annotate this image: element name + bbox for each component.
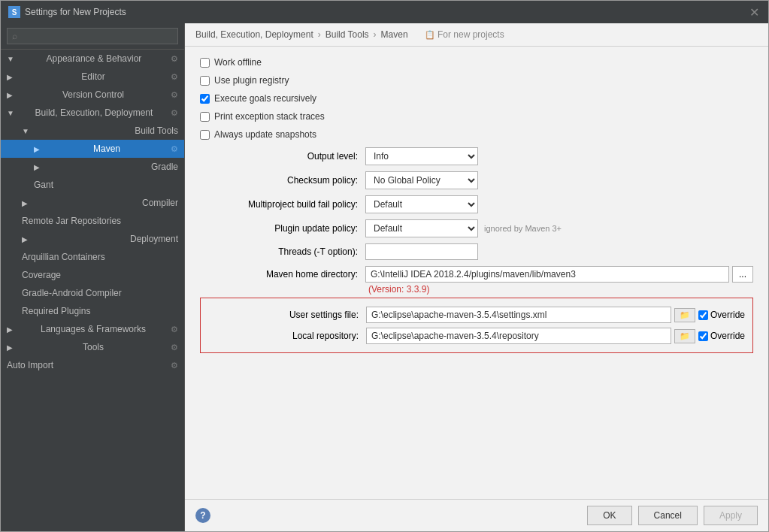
expand-arrow-build-tools: ▼ (22, 127, 29, 135)
plugin-registry-row: Use plugin registry (200, 75, 753, 86)
maven-home-input[interactable] (365, 266, 729, 283)
breadcrumb-note: 📋 For new projects (425, 29, 504, 40)
plugin-update-select[interactable]: Default Force update Do not update (365, 219, 478, 237)
checksum-policy-select[interactable]: No Global Policy Fail Warn Ignore (365, 171, 478, 189)
user-settings-override-text: Override (710, 310, 745, 320)
expand-arrow-tools: ▶ (7, 343, 13, 352)
print-exception-checkbox[interactable] (200, 112, 210, 122)
sidebar-item-version-control[interactable]: ▶ Version Control ⚙ (1, 86, 184, 104)
plugin-registry-checkbox[interactable] (200, 76, 210, 86)
sidebar-label-appearance: Appearance & Behavior (47, 53, 142, 64)
plugin-update-label: Plugin update policy: (274, 223, 358, 234)
title-bar: S Settings for New Projects ✕ (1, 1, 768, 23)
sidebar-item-gradle-android[interactable]: Gradle-Android Compiler (1, 284, 184, 302)
local-repo-browse-button[interactable]: 📁 (674, 329, 695, 343)
work-offline-label: Work offline (214, 57, 262, 68)
user-settings-override-checkbox[interactable] (698, 310, 708, 320)
sidebar-item-gant[interactable]: Gant (1, 176, 184, 194)
work-offline-row: Work offline (200, 57, 753, 68)
sidebar-item-remote-jar[interactable]: Remote Jar Repositories (1, 212, 184, 230)
work-offline-checkbox[interactable] (200, 58, 210, 68)
sidebar-label-languages: Languages & Frameworks (41, 324, 146, 334)
ignored-note: ignored by Maven 3+ (484, 224, 562, 233)
sidebar-label-version-control: Version Control (62, 89, 124, 100)
user-settings-input[interactable] (366, 307, 671, 323)
sidebar-label-deployment: Deployment (130, 234, 178, 244)
sidebar-label-maven: Maven (93, 144, 120, 154)
local-repo-override-text: Override (710, 331, 745, 341)
gear-icon-lang: ⚙ (171, 325, 178, 334)
threads-input[interactable] (365, 243, 478, 260)
sidebar-item-deployment[interactable]: ▶ Deployment (1, 230, 184, 248)
always-update-checkbox[interactable] (200, 130, 210, 140)
sidebar-label-compiler: Compiler (142, 198, 178, 208)
always-update-row: Always update snapshots (200, 129, 753, 140)
threads-label: Threads (-T option): (278, 246, 358, 257)
print-exception-row: Print exception stack traces (200, 111, 753, 122)
breadcrumb-part2: Build Tools (325, 29, 369, 40)
maven-home-browse-button[interactable]: ... (732, 266, 753, 283)
search-box (1, 23, 184, 50)
sidebar-label-build-tools: Build Tools (135, 125, 178, 136)
checksum-policy-label: Checksum policy: (287, 175, 358, 186)
sidebar-item-coverage[interactable]: Coverage (1, 266, 184, 284)
plugin-registry-label: Use plugin registry (214, 75, 289, 86)
help-button[interactable]: ? (195, 508, 210, 523)
sidebar-label-gradle: Gradle (151, 162, 178, 172)
user-settings-override-label: Override (698, 310, 745, 320)
content-area: ▼ Appearance & Behavior ⚙ ▶ Editor ⚙ ▶ V… (1, 23, 768, 531)
app-icon: S (8, 6, 20, 18)
sidebar-item-maven[interactable]: ▶ Maven ⚙ (1, 140, 184, 158)
maven-version-text: (Version: 3.3.9) (368, 284, 429, 295)
apply-button[interactable]: Apply (704, 506, 758, 525)
local-repo-override-checkbox[interactable] (698, 331, 708, 341)
gear-icon: ⚙ (171, 54, 178, 64)
sidebar-label-required-plugins: Required Plugins (22, 306, 90, 316)
maven-home-label: Maven home directory: (266, 269, 358, 280)
sidebar-label-gant: Gant (34, 180, 53, 190)
output-level-select[interactable]: Info Debug Warning Error (365, 147, 478, 165)
sidebar-item-arquillian[interactable]: Arquillian Containers (1, 248, 184, 266)
expand-arrow-maven: ▶ (34, 145, 40, 153)
sidebar-item-build-tools[interactable]: ▼ Build Tools (1, 122, 184, 140)
sidebar-item-build-exec[interactable]: ▼ Build, Execution, Deployment ⚙ (1, 104, 184, 122)
local-repo-label: Local repository: (292, 331, 359, 341)
sidebar-item-editor[interactable]: ▶ Editor ⚙ (1, 68, 184, 86)
gear-icon-build: ⚙ (171, 108, 178, 118)
sidebar-item-tools[interactable]: ▶ Tools ⚙ (1, 338, 184, 356)
gear-icon-maven: ⚙ (171, 144, 178, 154)
close-button[interactable]: ✕ (747, 5, 761, 19)
user-settings-browse-button[interactable]: 📁 (674, 308, 695, 322)
settings-window: S Settings for New Projects ✕ ▼ Appearan… (0, 0, 769, 532)
sidebar-item-gradle[interactable]: ▶ Gradle (1, 158, 184, 176)
title-bar-left: S Settings for New Projects (8, 6, 126, 18)
local-repo-input[interactable] (366, 328, 671, 344)
settings-content: Work offline Use plugin registry Execute… (185, 47, 768, 499)
sidebar-label-arquillian: Arquillian Containers (22, 252, 105, 262)
cancel-button[interactable]: Cancel (638, 506, 698, 525)
ok-button[interactable]: OK (587, 506, 631, 525)
sidebar-item-languages[interactable]: ▶ Languages & Frameworks ⚙ (1, 320, 184, 338)
main-panel: Build, Execution, Deployment › Build Too… (185, 23, 768, 531)
expand-arrow-deployment: ▶ (22, 235, 28, 243)
sidebar-item-required-plugins[interactable]: Required Plugins (1, 302, 184, 320)
sidebar-label-auto-import: Auto Import (7, 360, 53, 370)
sidebar-label-editor: Editor (81, 71, 104, 82)
expand-arrow-gradle: ▶ (34, 163, 40, 171)
breadcrumb-part3: Maven (381, 29, 408, 40)
sidebar-item-auto-import[interactable]: Auto Import ⚙ (1, 356, 184, 374)
sidebar-item-appearance[interactable]: ▼ Appearance & Behavior ⚙ (1, 50, 184, 68)
gear-icon-vc: ⚙ (171, 90, 178, 100)
execute-goals-row: Execute goals recursively (200, 93, 753, 104)
sidebar-label-remote-jar: Remote Jar Repositories (22, 216, 121, 226)
multiproject-select[interactable]: Default Fail at end Fail never (365, 195, 478, 213)
sidebar-item-compiler[interactable]: ▶ Compiler (1, 194, 184, 212)
execute-goals-checkbox[interactable] (200, 94, 210, 104)
sidebar-label-coverage: Coverage (22, 270, 61, 280)
search-input[interactable] (7, 28, 178, 44)
expand-arrow: ▼ (7, 55, 14, 63)
print-exception-label: Print exception stack traces (214, 111, 325, 122)
expand-arrow-build: ▼ (7, 109, 14, 117)
output-level-label: Output level: (307, 151, 358, 162)
override-section: User settings file: 📁 Override (200, 298, 753, 353)
